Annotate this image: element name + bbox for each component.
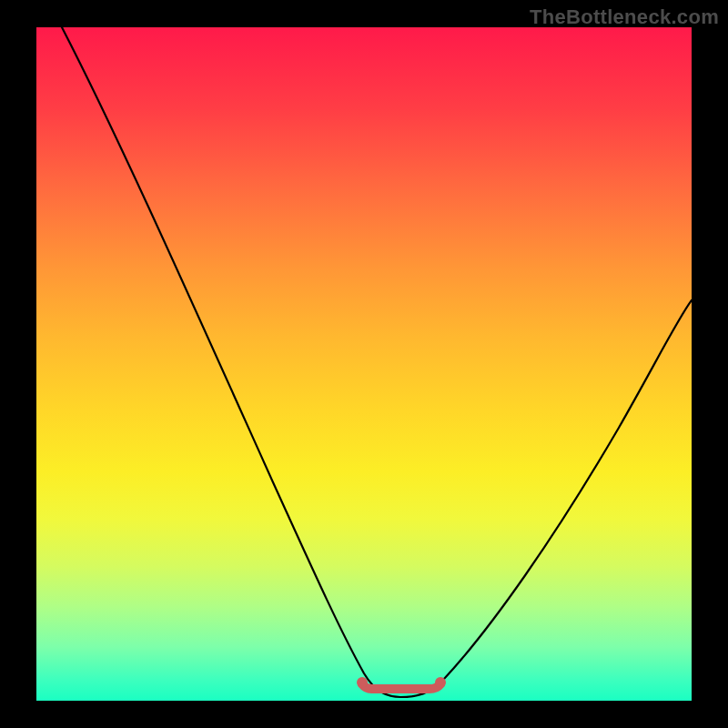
watermark-text: TheBottleneck.com: [530, 5, 719, 29]
flat-zone-marker: [362, 684, 440, 689]
flat-zone-dot-left: [357, 677, 368, 688]
flat-zone-dot-right: [435, 677, 446, 688]
curve-layer: [36, 27, 692, 701]
bottleneck-chart: TheBottleneck.com: [0, 0, 728, 728]
plot-area: [36, 27, 692, 701]
bottleneck-curve: [62, 27, 692, 697]
